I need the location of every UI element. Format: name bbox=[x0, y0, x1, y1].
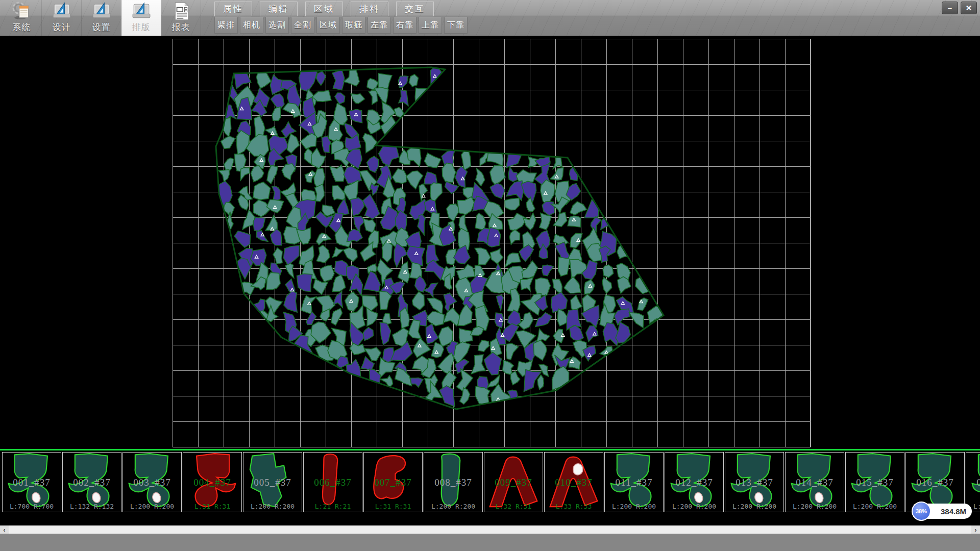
progress-indicator: 38% bbox=[912, 502, 931, 521]
pattern-count-label: L:31 R:31 bbox=[364, 503, 422, 510]
pattern-thumbnail[interactable]: 011_#37L:200 R:200 bbox=[604, 452, 664, 512]
pattern-count-label: L:200 R:200 bbox=[725, 503, 783, 510]
menu-tab-nesting[interactable]: 排料 bbox=[351, 2, 388, 16]
tool-button-defect[interactable]: 瑕疵 bbox=[342, 17, 365, 34]
tool-button-camera[interactable]: 相机 bbox=[240, 17, 263, 34]
pattern-thumbnail[interactable]: 005_#37L:200 R:200 bbox=[243, 452, 302, 512]
app-button-report[interactable]: 报表 bbox=[161, 0, 201, 36]
pattern-count-label: L:21 R:21 bbox=[304, 503, 362, 510]
pattern-count-label: L:200 R:200 bbox=[665, 503, 723, 510]
app-button-settings[interactable]: 设置 bbox=[82, 0, 121, 36]
scroll-left-icon[interactable]: ‹ bbox=[0, 525, 9, 534]
app-button-label: 系统 bbox=[13, 21, 31, 33]
ruler-icon bbox=[52, 2, 71, 21]
nesting-canvas[interactable] bbox=[0, 36, 980, 449]
pattern-id-label: 012_#37 bbox=[665, 477, 723, 488]
pattern-thumbnail[interactable]: 012_#37L:200 R:200 bbox=[665, 452, 724, 512]
pattern-id-label: 002_#37 bbox=[63, 477, 121, 488]
scroll-right-icon[interactable]: › bbox=[971, 525, 980, 534]
report-icon bbox=[172, 2, 191, 21]
tool-button-snap-right[interactable]: 右靠 bbox=[393, 17, 416, 34]
tool-button-region[interactable]: 区域 bbox=[316, 17, 340, 34]
window-bottom-frame bbox=[0, 534, 980, 551]
tool-button-cluster-nest[interactable]: 聚排 bbox=[214, 17, 238, 34]
pattern-id-label: 014_#37 bbox=[786, 477, 844, 488]
pattern-id-label: 003_#37 bbox=[123, 477, 181, 488]
pattern-id-label: 004_#37 bbox=[183, 477, 241, 488]
pattern-count-label: L:132 R:132 bbox=[63, 503, 121, 510]
app-button-label: 排版 bbox=[132, 21, 151, 33]
window-controls: – ✕ bbox=[942, 2, 977, 14]
pattern-thumbnail[interactable]: 006_#37L:21 R:21 bbox=[303, 452, 362, 512]
tool-button-bar: 聚排相机选割全割区域瑕疵左靠右靠上靠下靠 bbox=[214, 17, 468, 34]
pattern-id-label: 005_#37 bbox=[243, 477, 302, 488]
memory-status-badge: 384.8M 38% bbox=[912, 502, 974, 521]
pattern-filmstrip: 001_#37L:700 R:700002_#37L:132 R:132003_… bbox=[0, 449, 980, 514]
pattern-thumbnail[interactable]: 001_#37L:700 R:700 bbox=[2, 452, 61, 512]
pattern-thumbnail[interactable]: 013_#37L:200 R:200 bbox=[725, 452, 784, 512]
pattern-count-label: L:200 R:200 bbox=[123, 503, 181, 510]
gear-icon bbox=[12, 2, 32, 21]
app-button-design[interactable]: 设计 bbox=[42, 0, 82, 36]
pattern-thumbnail[interactable]: 008_#37L:200 R:200 bbox=[424, 452, 483, 512]
pattern-id-label: 009_#37 bbox=[484, 477, 543, 488]
app-button-label: 设计 bbox=[53, 21, 71, 33]
pattern-id-label: 001_#37 bbox=[3, 477, 61, 488]
minimize-button[interactable]: – bbox=[942, 2, 958, 14]
pattern-count-label: L:200 R:200 bbox=[846, 503, 904, 510]
app-button-layout[interactable]: 排版 bbox=[121, 0, 161, 36]
app-button-system[interactable]: 系统 bbox=[2, 0, 42, 36]
tool-button-cut-all[interactable]: 全割 bbox=[291, 17, 314, 34]
app-button-bar: 系统设计设置排版报表 bbox=[2, 0, 201, 36]
tool-button-select-cut[interactable]: 选割 bbox=[265, 17, 289, 34]
nesting-canvas-drawing bbox=[0, 36, 980, 449]
pattern-id-label: 008_#37 bbox=[424, 477, 482, 488]
scrollbar-track[interactable] bbox=[9, 525, 971, 534]
pattern-count-label: L:200 R:200 bbox=[786, 503, 844, 510]
pattern-thumbnail[interactable]: 010_#37L:33 R:33 bbox=[544, 452, 603, 512]
pattern-id-label: 013_#37 bbox=[725, 477, 783, 488]
pattern-id-label: 010_#37 bbox=[545, 477, 603, 488]
pattern-thumbnail[interactable]: 009_#37L:32 R:31 bbox=[484, 452, 543, 512]
menu-tab-interact[interactable]: 交互 bbox=[396, 2, 434, 16]
pattern-thumbnail[interactable]: 015_#37L:200 R:200 bbox=[845, 452, 904, 512]
menu-tab-properties[interactable]: 属性 bbox=[214, 2, 252, 16]
pattern-id-label: 015_#37 bbox=[846, 477, 904, 488]
pattern-thumbnail[interactable]: 004_#37L:31 R:31 bbox=[183, 452, 242, 512]
menu-tab-bar: 属性编辑区域排料交互 bbox=[214, 2, 434, 16]
ribbon: 系统设计设置排版报表 属性编辑区域排料交互 聚排相机选割全割区域瑕疵左靠右靠上靠… bbox=[0, 0, 980, 36]
tool-button-snap-top[interactable]: 上靠 bbox=[419, 17, 442, 34]
tool-button-snap-bottom[interactable]: 下靠 bbox=[444, 17, 468, 34]
pattern-id-label: 017_#37 bbox=[966, 477, 980, 488]
pattern-count-label: L:33 R:33 bbox=[545, 503, 603, 510]
app-button-label: 设置 bbox=[92, 21, 111, 33]
pattern-id-label: 006_#37 bbox=[304, 477, 362, 488]
pattern-count-label: L:200 R:200 bbox=[424, 503, 482, 510]
ruler-icon bbox=[92, 2, 111, 21]
pattern-count-label: L:200 R:200 bbox=[243, 503, 302, 510]
pattern-id-label: 007_#37 bbox=[364, 477, 422, 488]
pattern-count-label: L:31 R:31 bbox=[183, 503, 241, 510]
pattern-thumbnail[interactable]: 007_#37L:31 R:31 bbox=[363, 452, 423, 512]
horizontal-scrollbar[interactable]: ‹ › bbox=[0, 525, 980, 534]
pattern-count-label: L:700 R:700 bbox=[3, 503, 61, 510]
pattern-thumbnail[interactable]: 002_#37L:132 R:132 bbox=[62, 452, 121, 512]
ruler-icon bbox=[132, 2, 151, 21]
application-window: 系统设计设置排版报表 属性编辑区域排料交互 聚排相机选割全割区域瑕疵左靠右靠上靠… bbox=[0, 0, 980, 551]
menu-tab-region[interactable]: 区域 bbox=[305, 2, 343, 16]
pattern-count-label: L:200 R:200 bbox=[605, 503, 663, 510]
pattern-thumbnail[interactable]: 014_#37L:200 R:200 bbox=[785, 452, 844, 512]
pattern-id-label: 011_#37 bbox=[605, 477, 663, 488]
pattern-count-label: L:32 R:31 bbox=[484, 503, 543, 510]
tool-button-snap-left[interactable]: 左靠 bbox=[368, 17, 391, 34]
app-button-label: 报表 bbox=[172, 21, 190, 33]
close-button[interactable]: ✕ bbox=[961, 2, 977, 14]
menu-tab-edit[interactable]: 编辑 bbox=[260, 2, 298, 16]
pattern-id-label: 016_#37 bbox=[906, 477, 964, 488]
pattern-thumbnail[interactable]: 003_#37L:200 R:200 bbox=[122, 452, 182, 512]
